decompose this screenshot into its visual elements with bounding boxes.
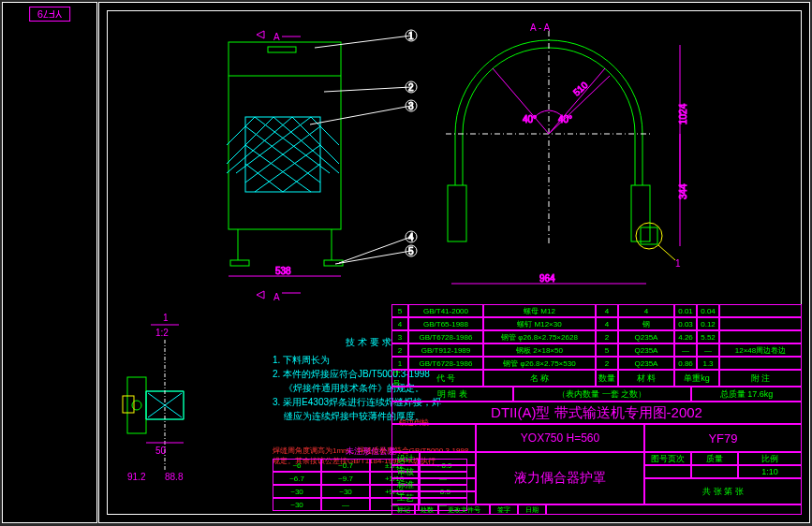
bom-cell: Q235A — [618, 330, 674, 343]
svg-text:40°: 40° — [523, 114, 537, 124]
bom-cell — [719, 304, 802, 317]
bom-cell: 0.12 — [697, 317, 719, 330]
dim-elev-width: 538 — [229, 266, 341, 276]
svg-rect-2 — [268, 47, 296, 52]
svg-text:964: 964 — [539, 273, 555, 284]
bom-cell: 2 — [596, 357, 618, 370]
svg-line-20 — [335, 251, 411, 264]
bom-cell: 4.26 — [674, 330, 697, 343]
bom-cell: 钢管 φ26.8×2.75×530 — [483, 357, 596, 370]
svg-text:3: 3 — [408, 101, 414, 111]
bom-cell: 螺钉 M12×30 — [483, 317, 596, 330]
bom-cell: GB/T6728-1986 — [408, 357, 483, 370]
side-panel: YF79 — [2, 2, 97, 523]
svg-text:1: 1 — [675, 258, 681, 269]
svg-line-11 — [324, 87, 411, 92]
bom-cell: — — [697, 343, 719, 357]
detail-label: 1 — [163, 313, 169, 323]
svg-rect-6 — [230, 260, 249, 266]
svg-text:4: 4 — [408, 232, 414, 242]
svg-text:1024: 1024 — [678, 103, 688, 124]
bom-cell: 0.01 — [674, 304, 697, 317]
svg-text:510: 510 — [571, 80, 590, 98]
bom-cell: 钢板 2×18×50 — [483, 343, 596, 357]
bom-cell: GB/T65-1988 — [408, 317, 483, 330]
bom-cell: 3 — [391, 330, 408, 343]
svg-line-29 — [549, 68, 605, 134]
svg-line-28 — [493, 68, 549, 134]
section-title: A - A — [530, 22, 550, 33]
bom-cell: GB/T41-2000 — [408, 304, 483, 317]
svg-rect-46 — [127, 377, 146, 433]
bom-cell: 4 — [391, 317, 408, 330]
bom-cell: 5.52 — [697, 330, 719, 343]
drawing-title: DTII(A)型 带式输送机专用图-2002 — [391, 402, 802, 424]
svg-text:538: 538 — [275, 266, 291, 276]
bom-cell — [719, 357, 802, 370]
bom-cell: GB/T6728-1986 — [408, 330, 483, 343]
bom-cell: 4 — [596, 304, 618, 317]
svg-text:50: 50 — [155, 446, 167, 456]
svg-rect-34 — [448, 185, 466, 241]
mesh-hatch — [227, 117, 339, 192]
bom-cell: 0.04 — [697, 304, 719, 317]
bom-cell — [719, 330, 802, 343]
svg-line-17 — [339, 237, 411, 263]
svg-text:1: 1 — [408, 31, 414, 41]
svg-line-37 — [658, 245, 675, 260]
detail-view: 50 91.2 88.8 — [123, 340, 184, 482]
svg-text:344: 344 — [678, 183, 688, 199]
bom-cell: 2 — [391, 343, 408, 357]
svg-text:5: 5 — [408, 246, 414, 256]
title-block: 5GB/T41-2000螺母 M12440.010.044GB/T65-1988… — [391, 304, 802, 515]
bom-cell: 5 — [391, 304, 408, 317]
side-label: YF79 — [29, 7, 70, 22]
svg-text:2: 2 — [408, 82, 414, 93]
bom-cell: — — [674, 343, 697, 357]
model-number: YOX750 H=560 — [476, 424, 644, 452]
bom-cell: Q235A — [618, 343, 674, 357]
section-arrow-a-bot: A — [273, 292, 280, 302]
bom-cell: 4 — [596, 317, 618, 330]
bom-cell: 2 — [596, 330, 618, 343]
bom-cell: 钢 — [618, 317, 674, 330]
bom-cell: 1 — [391, 357, 408, 370]
bom-cell: Q235A — [618, 357, 674, 370]
bom-cell: 0.03 — [674, 317, 697, 330]
dims-section: 1024 344 964 — [451, 45, 688, 284]
bom-cell: 12×48周边卷边 — [719, 343, 802, 357]
part-name: 液力偶合器护罩 — [476, 452, 644, 504]
svg-line-14 — [310, 106, 411, 124]
svg-text:88.8: 88.8 — [165, 472, 184, 482]
drawing-frame: A 1 2 3 4 5 538 A A - — [98, 2, 810, 523]
bom-cell: 5 — [596, 343, 618, 357]
drawing-code: YF79 — [644, 424, 802, 452]
bom-cell: 0.86 — [674, 357, 697, 370]
detail-circle — [636, 223, 662, 249]
bom-cell: 螺母 M12 — [483, 304, 596, 317]
bom-cell: GB/T912-1989 — [408, 343, 483, 357]
detail-scale: 1:2 — [155, 328, 169, 338]
bom-cell: 4 — [618, 304, 674, 317]
section-arrow-a: A — [273, 32, 280, 42]
angles: 40° 40° 510 — [493, 68, 610, 134]
svg-text:91.2: 91.2 — [127, 472, 146, 482]
bom-cell: 钢管 φ26.8×2.75×2628 — [483, 330, 596, 343]
bom-cell: 1.3 — [697, 357, 719, 370]
bom-cell — [719, 317, 802, 330]
